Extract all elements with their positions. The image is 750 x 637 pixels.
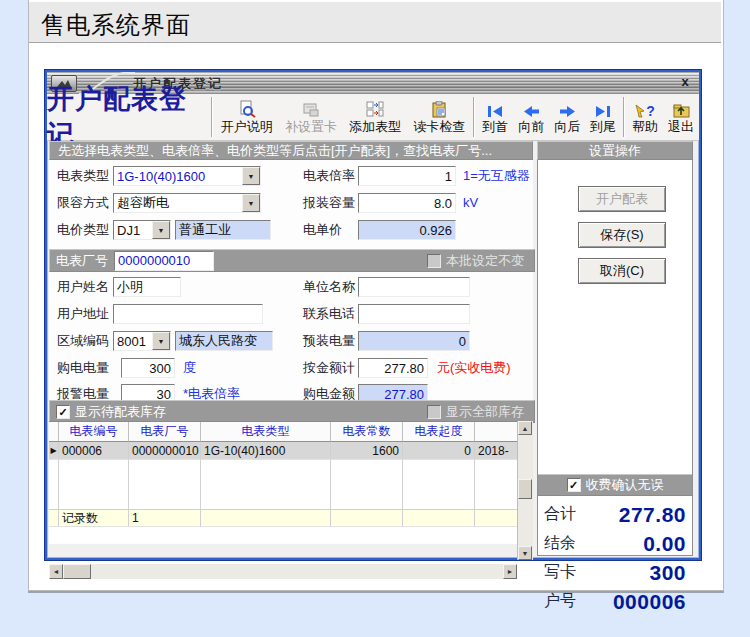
column-header[interactable]: 电表类型	[201, 422, 331, 442]
batch-fixed-checkbox[interactable]: 本批设定不变	[427, 252, 534, 270]
unit-name-label: 单位名称	[303, 277, 355, 297]
exit-button[interactable]: 退出	[663, 94, 699, 140]
factory-no-bar: 电表厂号 0000000010 本批设定不变	[49, 249, 535, 272]
column-header[interactable]: 电表编号	[59, 422, 129, 442]
address-input[interactable]	[113, 304, 263, 324]
toolbar-button-label: 到尾	[590, 118, 616, 136]
summary-writecard-row: 写卡 300	[538, 558, 692, 587]
help-icon: ?	[635, 99, 655, 118]
show-pending-checkbox[interactable]: ✓ 显示待配表库存	[50, 403, 166, 421]
checkbox-unchecked[interactable]	[427, 405, 441, 419]
price-type-select[interactable]: DJ1 ▼	[113, 220, 171, 240]
checkbox-checked[interactable]: ✓	[56, 405, 70, 419]
purchase-qty-input[interactable]: 300	[121, 358, 175, 378]
form-area: 电表类型 1G-10(40)1600 ▼ 电表倍率 1 1=无互感器 限容方式 …	[49, 160, 533, 544]
table-hscrollbar[interactable]: ◄ ►	[49, 564, 517, 579]
dropdown-arrow-icon[interactable]: ▼	[242, 194, 260, 212]
dropdown-arrow-icon[interactable]: ▼	[152, 221, 170, 239]
meter-ratio-hint: 1=无互感器	[463, 166, 530, 186]
close-icon[interactable]: x	[677, 74, 693, 90]
doc-magnifier-icon	[238, 99, 256, 118]
operations-panel: 开户配表 保存(S) 取消(C) ✓ 收费确认无误 合计 277.80 结余 0…	[537, 160, 693, 556]
next-record-icon	[559, 99, 576, 118]
stock-bar: ✓ 显示待配表库存 显示全部库存	[49, 400, 535, 423]
status-bar: 先选择电表类型、电表倍率、电价类型等后点击[开户配表]，查找电表厂号...	[49, 141, 533, 160]
toolbar-button-label: 开户说明	[221, 118, 273, 136]
amount-calc-input[interactable]: 277.80	[358, 358, 428, 378]
limit-mode-select[interactable]: 超容断电 ▼	[113, 193, 261, 213]
scroll-down-icon[interactable]: ▼	[518, 546, 532, 560]
purchase-qty-label: 购电电量	[57, 358, 109, 378]
toolbar-button-label: 添加表型	[349, 118, 401, 136]
meter-stock-table: 电表编号 电表厂号 电表类型 电表常数 电表起度 ▶ 000006 000000…	[49, 421, 533, 543]
cancel-button[interactable]: 取消(C)	[578, 258, 666, 284]
amount-calc-label: 按金额计	[303, 358, 355, 378]
capacity-input[interactable]: 8.0	[358, 193, 456, 213]
toolbar-button-label: 帮助	[632, 118, 658, 136]
card-icon	[302, 99, 320, 118]
column-header[interactable]: 电表厂号	[129, 422, 201, 442]
address-label: 用户地址	[57, 304, 109, 324]
nav-last-button[interactable]: 到尾	[585, 94, 621, 140]
limit-mode-label: 限容方式	[57, 193, 109, 213]
row-pointer-icon: ▶	[49, 442, 59, 460]
toolbar-big-title: 开户配表登记	[47, 94, 209, 140]
meter-ratio-input[interactable]: 1	[358, 166, 456, 186]
meter-type-select[interactable]: 1G-10(40)1600 ▼	[113, 166, 261, 186]
toolbar-button-label: 读卡检查	[413, 118, 465, 136]
scroll-up-icon[interactable]: ▲	[518, 421, 532, 435]
user-name-input[interactable]: 小明	[113, 277, 181, 297]
checkbox-unchecked[interactable]	[427, 254, 441, 268]
panel-header: 设置操作	[537, 141, 693, 160]
writecard-value: 300	[649, 561, 686, 585]
dropdown-arrow-icon[interactable]: ▼	[242, 167, 260, 185]
toolbar-button-label: 向后	[554, 118, 580, 136]
read-card-check-button[interactable]: 读卡检查	[407, 94, 471, 140]
phone-input[interactable]	[358, 304, 470, 324]
column-header[interactable]	[475, 422, 517, 442]
add-meter-type-button[interactable]: 添加表型	[343, 94, 407, 140]
toolbar: 开户配表登记 开户说明	[47, 94, 699, 141]
page-title: 售电系统界面	[41, 9, 191, 41]
hscroll-thumb[interactable]	[63, 564, 91, 579]
show-all-checkbox[interactable]: 显示全部库存	[427, 403, 534, 421]
preinstall-value: 0	[358, 331, 470, 351]
reissue-card-button[interactable]: 补设置卡	[279, 94, 343, 140]
nav-prev-button[interactable]: 向前	[513, 94, 549, 140]
vscroll-thumb[interactable]	[518, 479, 532, 499]
area-code-desc: 城东人民路变	[175, 331, 273, 351]
column-header[interactable]: 电表常数	[331, 422, 403, 442]
table-header-row: 电表编号 电表厂号 电表类型 电表常数 电表起度	[49, 422, 533, 442]
column-header[interactable]: 电表起度	[403, 422, 475, 442]
record-count-value: 1	[129, 509, 201, 527]
check-icon: ✓	[569, 480, 578, 490]
capacity-hint: kV	[463, 193, 478, 213]
confirm-bar: ✓ 收费确认无误	[538, 474, 692, 496]
total-label: 合计	[544, 504, 576, 525]
save-button[interactable]: 保存(S)	[578, 222, 666, 248]
unit-price-label: 电单价	[303, 220, 342, 240]
balance-label: 结余	[544, 533, 576, 554]
meter-type-label: 电表类型	[57, 166, 109, 186]
factory-no-input[interactable]: 0000000010	[114, 251, 214, 271]
area-code-select[interactable]: 8001 ▼	[113, 331, 171, 351]
exit-folder-icon	[673, 99, 690, 118]
toolbar-separator	[623, 97, 625, 137]
table-vscrollbar[interactable]: ▲ ▼	[517, 421, 533, 560]
unit-name-input[interactable]	[358, 277, 470, 297]
table-row[interactable]: ▶ 000006 0000000010 1G-10(40)1600 1600 0…	[49, 442, 533, 460]
cell-factory-no: 0000000010	[129, 442, 201, 460]
table-footer-row: 记录数 1	[49, 509, 533, 527]
open-assign-button[interactable]: 开户配表	[578, 186, 666, 212]
cell-date: 2018-	[475, 442, 517, 460]
checkbox-checked[interactable]: ✓	[567, 478, 581, 492]
nav-first-button[interactable]: 到首	[477, 94, 513, 140]
dropdown-arrow-icon[interactable]: ▼	[152, 332, 170, 350]
fee-confirm-checkbox[interactable]: ✓ 收费确认无误	[567, 476, 664, 494]
scroll-left-icon[interactable]: ◄	[49, 564, 63, 579]
area-code-label: 区域编码	[57, 331, 109, 351]
scroll-right-icon[interactable]: ►	[503, 564, 517, 579]
nav-next-button[interactable]: 向后	[549, 94, 585, 140]
help-button[interactable]: ? 帮助	[627, 94, 663, 140]
open-help-button[interactable]: 开户说明	[215, 94, 279, 140]
